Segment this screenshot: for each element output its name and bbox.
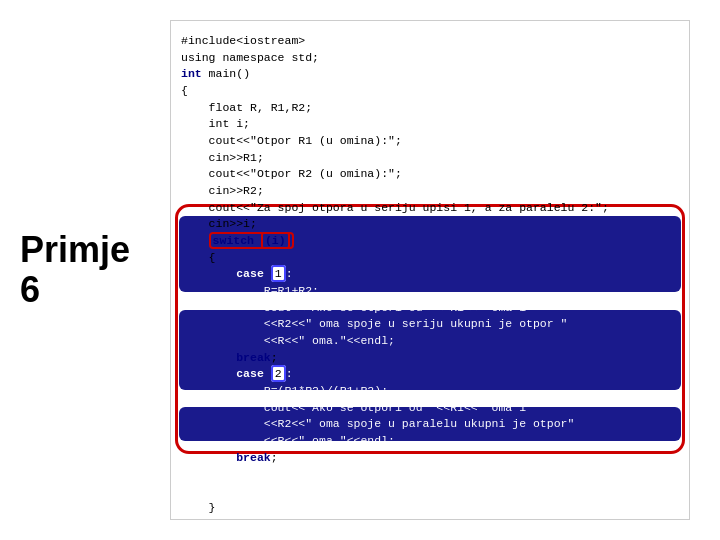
code-line-1: #include<iostream> <box>181 33 679 50</box>
code-line-8: cin>>R1; <box>181 150 679 167</box>
code-line-14: { <box>181 250 679 267</box>
right-panel: #include<iostream> using namespace std; … <box>160 0 720 540</box>
code-line-18: <<R2<<" oma spoje u seriju ukupni je otp… <box>181 316 679 333</box>
code-line-30: return 0; <box>181 516 679 520</box>
title-line1: Primje <box>20 229 130 270</box>
code-line-26: break; <box>181 450 679 467</box>
code-line-4: { <box>181 83 679 100</box>
code-line-10: cin>>R2; <box>181 183 679 200</box>
code-line-2: using namespace std; <box>181 50 679 67</box>
left-panel: Primje 6 <box>0 0 160 540</box>
code-line-11: cout<<"Za spoj otpora u seriju upisi 1, … <box>181 200 679 217</box>
code-line-27: default: <box>181 466 679 483</box>
code-line-15: case 1: <box>181 266 679 283</box>
code-line-6: int i; <box>181 116 679 133</box>
title-line2: 6 <box>20 269 40 310</box>
code-line-19: <<R<<" oma."<<endl; <box>181 333 679 350</box>
slide-title: Primje 6 <box>20 230 130 309</box>
code-line-29: } <box>181 500 679 517</box>
code-line-13: switch (i) <box>181 233 679 250</box>
code-line-20: break; <box>181 350 679 367</box>
code-line-12: cin>>i; <box>181 216 679 233</box>
slide-container: Primje 6 #include<iostream> using namesp… <box>0 0 720 540</box>
code-line-23: cout<<"Ako se otpori od "<<R1<<" oma i " <box>181 400 679 417</box>
code-line-16: R=R1+R2; <box>181 283 679 300</box>
code-line-3: int main() <box>181 66 679 83</box>
code-line-24: <<R2<<" oma spoje u paralelu ukupni je o… <box>181 416 679 433</box>
code-line-25: <<R<<" oma."<<endl; <box>181 433 679 450</box>
code-line-9: cout<<"Otpor R2 (u omina):"; <box>181 166 679 183</box>
code-line-22: R=(R1*R2)/(R1+R2); <box>181 383 679 400</box>
code-content: #include<iostream> using namespace std; … <box>181 33 679 520</box>
code-box: #include<iostream> using namespace std; … <box>170 20 690 520</box>
code-line-5: float R, R1,R2; <box>181 100 679 117</box>
code-line-28: cout<<"Pogresan unos. Unesi 1 ili 2"<<en… <box>181 483 679 500</box>
code-line-7: cout<<"Otpor R1 (u omina):"; <box>181 133 679 150</box>
code-line-21: case 2: <box>181 366 679 383</box>
code-line-17: cout<<"Ako se otpori od "<<R1<<" oma i " <box>181 300 679 317</box>
